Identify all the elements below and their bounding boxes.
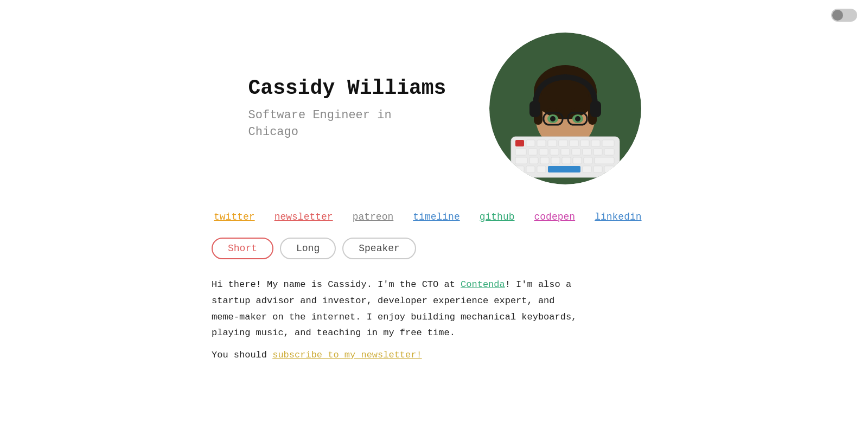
svg-rect-38 — [562, 157, 571, 164]
svg-rect-26 — [528, 149, 537, 155]
avatar-image — [489, 33, 641, 184]
svg-rect-45 — [548, 166, 580, 172]
svg-rect-40 — [584, 157, 592, 164]
svg-rect-20 — [559, 140, 567, 146]
svg-rect-44 — [537, 166, 546, 172]
hero-text: Cassidy Williams Software Engineer in Ch… — [248, 76, 446, 140]
main-content: Cassidy Williams Software Engineer in Ch… — [190, 0, 678, 393]
svg-rect-28 — [550, 149, 559, 155]
svg-rect-46 — [583, 166, 591, 172]
svg-rect-32 — [593, 149, 602, 155]
bio-text: Hi there! My name is Cassidy. I'm the CT… — [212, 277, 580, 341]
hero-subtitle: Software Engineer in Chicago — [248, 107, 446, 141]
svg-point-11 — [550, 116, 556, 122]
svg-rect-47 — [593, 166, 602, 172]
hero-section: Cassidy Williams Software Engineer in Ch… — [212, 33, 656, 184]
svg-rect-23 — [591, 140, 600, 146]
svg-rect-35 — [529, 157, 538, 164]
svg-rect-24 — [602, 140, 614, 146]
newsletter-line: You should subscribe to my newsletter! — [212, 350, 656, 360]
hero-name: Cassidy Williams — [248, 76, 446, 101]
svg-rect-43 — [526, 166, 535, 172]
svg-rect-25 — [515, 149, 526, 155]
svg-rect-39 — [573, 157, 582, 164]
dark-mode-toggle[interactable] — [831, 9, 857, 22]
svg-rect-34 — [515, 157, 527, 164]
contenda-link[interactable]: Contenda — [461, 279, 505, 290]
svg-point-12 — [575, 116, 580, 122]
nav-link-twitter[interactable]: twitter — [214, 212, 255, 222]
svg-rect-37 — [551, 157, 560, 164]
svg-rect-30 — [572, 149, 580, 155]
avatar — [489, 33, 641, 184]
nav-link-newsletter[interactable]: newsletter — [275, 212, 333, 222]
svg-rect-36 — [540, 157, 549, 164]
tab-buttons: Short Long Speaker — [212, 238, 656, 259]
svg-rect-18 — [537, 140, 546, 146]
tab-short[interactable]: Short — [212, 238, 273, 259]
nav-link-linkedin[interactable]: linkedin — [595, 212, 641, 222]
toggle-knob — [832, 10, 843, 21]
newsletter-subscribe-link[interactable]: subscribe to my newsletter! — [272, 350, 422, 360]
svg-rect-16 — [515, 140, 524, 146]
svg-point-3 — [534, 65, 597, 119]
svg-rect-31 — [583, 149, 591, 155]
svg-rect-13 — [529, 101, 540, 117]
svg-rect-29 — [561, 149, 570, 155]
svg-rect-19 — [548, 140, 557, 146]
toggle-switch[interactable] — [831, 9, 857, 22]
svg-rect-14 — [590, 101, 601, 117]
nav-link-timeline[interactable]: timeline — [413, 212, 459, 222]
nav-link-github[interactable]: github — [480, 212, 515, 222]
svg-rect-42 — [515, 166, 524, 172]
svg-rect-48 — [604, 166, 614, 172]
tab-long[interactable]: Long — [280, 238, 336, 259]
svg-rect-17 — [526, 140, 535, 146]
svg-rect-22 — [580, 140, 589, 146]
nav-link-patreon[interactable]: patreon — [353, 212, 394, 222]
tab-speaker[interactable]: Speaker — [342, 238, 416, 259]
svg-rect-27 — [539, 149, 548, 155]
nav-link-codepen[interactable]: codepen — [534, 212, 576, 222]
svg-rect-21 — [570, 140, 578, 146]
nav-links: twitter newsletter patreon timeline gith… — [212, 212, 656, 222]
svg-rect-33 — [604, 149, 614, 155]
svg-rect-41 — [595, 157, 614, 164]
